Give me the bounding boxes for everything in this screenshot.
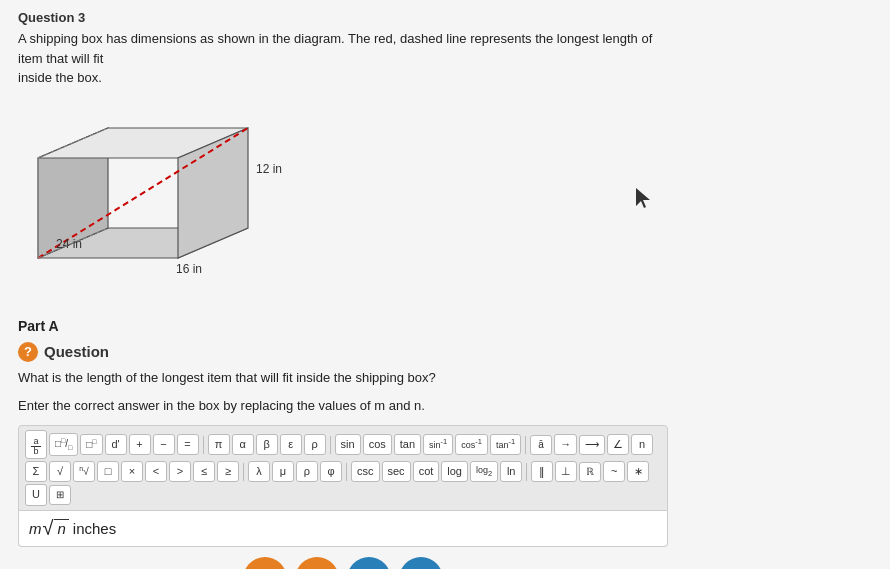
description: A shipping box has dimensions as shown i… [18,29,678,88]
question-text1: What is the length of the longest item t… [18,368,872,389]
arccos-btn[interactable]: cos-1 [455,434,488,455]
star-btn[interactable]: ∗ [627,461,649,482]
rho-btn[interactable]: ρ [304,434,326,455]
box-diagram: 12 in 24 in 16 in [18,98,328,308]
nthroot-btn[interactable]: n√ [73,461,95,482]
desc-line1: A shipping box has dimensions as shown i… [18,31,652,66]
question-header: Question 3 [18,10,872,25]
question-title-row: ? Question [18,342,872,362]
plus-btn[interactable]: + [129,434,151,455]
tan-btn[interactable]: tan [394,434,421,455]
question-icon: ? [18,342,38,362]
svg-marker-11 [636,188,650,208]
geq-btn[interactable]: ≥ [217,461,239,482]
answer-box[interactable]: m √ n inches [18,511,668,547]
cos-btn[interactable]: cos [363,434,392,455]
dot-btn-1[interactable] [243,557,287,569]
pi-btn[interactable]: π [208,434,230,455]
forward-button[interactable] [399,557,443,569]
arctan-btn[interactable]: tan-1 [490,434,521,455]
desc-line2: inside the box. [18,70,102,85]
page-container: Question 3 A shipping box has dimensions… [0,0,890,569]
union-btn[interactable]: U [25,484,47,505]
vector-btn[interactable]: ā [530,435,552,455]
answer-display: m √ n inches [29,517,116,540]
back-button[interactable] [347,557,391,569]
sep2 [330,436,331,454]
sin-btn[interactable]: sin [335,434,361,455]
n-btn[interactable]: n [631,434,653,455]
svg-text:12 in: 12 in [256,162,282,176]
rho2-btn[interactable]: ρ [296,461,318,482]
sep1 [203,436,204,454]
lambda-btn[interactable]: λ [248,461,270,482]
cursor-arrow [636,188,652,208]
beta-btn[interactable]: β [256,434,278,455]
sqrt-symbol: √ [43,517,54,540]
sep5 [346,463,347,481]
real-btn[interactable]: ℝ [579,462,601,482]
sep3 [525,436,526,454]
equals-btn[interactable]: = [177,434,199,455]
minus-btn[interactable]: − [153,434,175,455]
greater-btn[interactable]: > [169,461,191,482]
svg-text:16 in: 16 in [176,262,202,276]
matrix-btn[interactable]: ⊞ [49,485,71,505]
long-arrow-btn[interactable]: ⟶ [579,435,605,455]
sep4 [243,463,244,481]
phi-btn[interactable]: φ [320,461,342,482]
arcsin-btn[interactable]: sin-1 [423,434,453,455]
arrow-right-btn[interactable]: → [554,434,577,455]
log2-btn[interactable]: log2 [470,461,498,482]
superscript-btn[interactable]: □□ [80,434,102,455]
question-text2: Enter the correct answer in the box by r… [18,396,872,417]
diagram-area: 12 in 24 in 16 in [18,98,872,308]
answer-suffix: inches [73,520,116,537]
tilde-btn[interactable]: ~ [603,461,625,482]
dot-btn-2[interactable] [295,557,339,569]
times-btn[interactable]: × [121,461,143,482]
part-a-label: Part A [18,318,872,334]
math-toolbar: a b □□/□ □□ d' + − = π α β ε ρ sin cos t… [18,425,668,511]
fraction-btn[interactable]: a b [25,430,47,459]
sqrt-radicand: n [54,519,68,537]
leq-btn[interactable]: ≤ [193,461,215,482]
question-title: Question [44,343,109,360]
question-section: ? Question What is the length of the lon… [18,342,872,418]
derivative-btn2[interactable]: d' [105,434,127,455]
ln-btn[interactable]: ln [500,461,522,482]
square-mixed-btn[interactable]: □□/□ [49,433,78,456]
mu-btn[interactable]: μ [272,461,294,482]
log-btn[interactable]: log [441,461,468,482]
answer-prefix: m [29,520,42,537]
epsilon-btn[interactable]: ε [280,434,302,455]
less-btn[interactable]: < [145,461,167,482]
bottom-buttons [18,557,668,569]
sep6 [526,463,527,481]
box2-btn[interactable]: □ [97,461,119,482]
parallel-btn[interactable]: ‖ [531,461,553,482]
sqrt-btn[interactable]: √ [49,461,71,482]
sec-btn[interactable]: sec [382,461,411,482]
sigma-btn[interactable]: Σ [25,461,47,482]
cot-btn[interactable]: cot [413,461,440,482]
csc-btn[interactable]: csc [351,461,380,482]
perp-btn[interactable]: ⊥ [555,461,577,482]
alpha-btn[interactable]: α [232,434,254,455]
angle-btn[interactable]: ∠ [607,434,629,455]
